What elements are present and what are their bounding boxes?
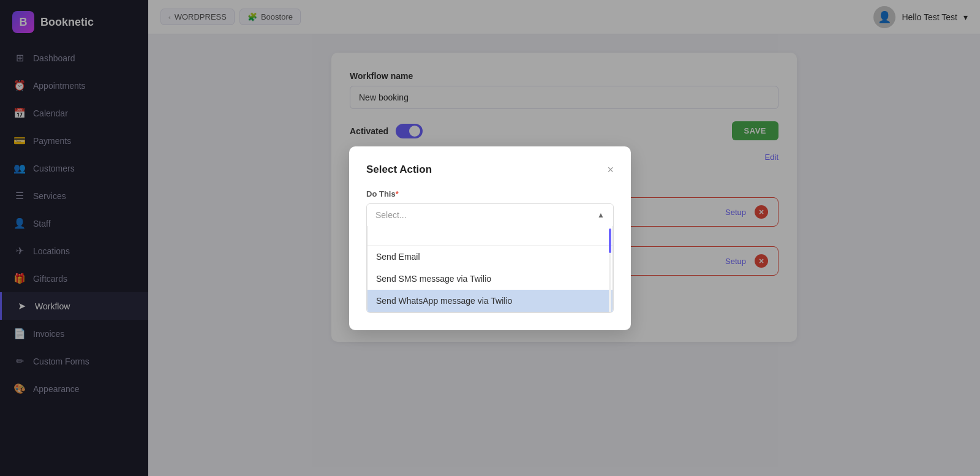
dropdown-scrollbar-track bbox=[609, 229, 611, 312]
option-send-email[interactable]: Send Email bbox=[368, 246, 612, 268]
option-send-whatsapp[interactable]: Send WhatsApp message via Twilio bbox=[368, 290, 612, 312]
option-send-sms[interactable]: Send SMS message via Twilio bbox=[368, 268, 612, 290]
select-placeholder: Select... bbox=[375, 210, 407, 220]
modal-header: Select Action × bbox=[366, 164, 614, 176]
select-action-modal: Select Action × Do This* Select... ▲ Sen… bbox=[349, 146, 631, 330]
dropdown-scrollbar-thumb bbox=[609, 229, 611, 253]
modal-close-button[interactable]: × bbox=[607, 164, 614, 175]
action-select-display[interactable]: Select... ▲ bbox=[367, 204, 613, 226]
modal-title: Select Action bbox=[366, 164, 432, 176]
do-this-field-label: Do This* bbox=[366, 189, 614, 198]
action-select-wrapper: Select... ▲ Send Email Send SMS message … bbox=[366, 203, 614, 313]
chevron-up-icon: ▲ bbox=[597, 211, 605, 219]
action-search-input[interactable] bbox=[368, 226, 612, 246]
required-marker: * bbox=[396, 189, 399, 198]
modal-overlay: Select Action × Do This* Select... ▲ Sen… bbox=[0, 0, 980, 476]
action-dropdown: Send Email Send SMS message via Twilio S… bbox=[367, 226, 613, 312]
